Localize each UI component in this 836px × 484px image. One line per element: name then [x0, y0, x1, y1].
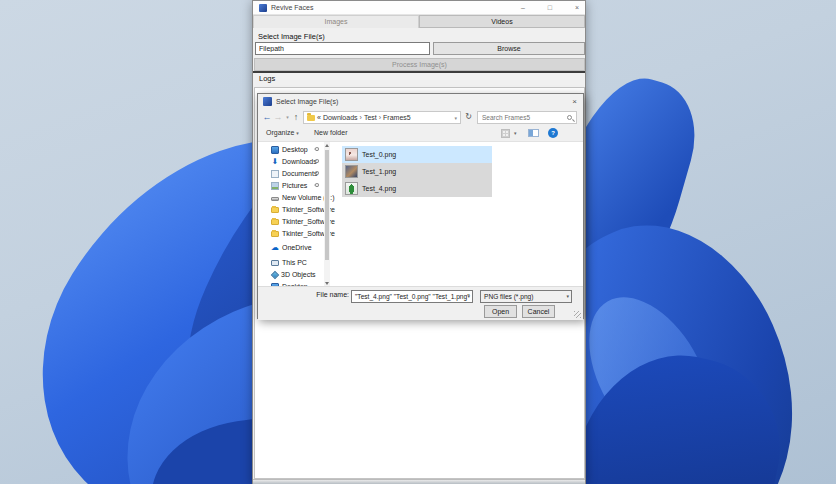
- close-button[interactable]: ×: [575, 1, 579, 15]
- pin-icon: [314, 182, 320, 188]
- new-folder-button[interactable]: New folder: [314, 126, 347, 140]
- navigation-bar: ← → ▾ ↑ « Downloads › Test › Frames5 ▾ ↻: [258, 110, 583, 125]
- drive-icon: [271, 197, 279, 201]
- tab-bar: Images Videos: [253, 15, 585, 28]
- search-icon: [567, 115, 572, 120]
- refresh-icon[interactable]: ↻: [463, 110, 474, 124]
- breadcrumb-test[interactable]: Test: [364, 114, 377, 121]
- help-icon[interactable]: ?: [548, 128, 558, 138]
- desktop-icon: [271, 146, 279, 154]
- folder-icon: [271, 219, 279, 225]
- chevron-down-icon[interactable]: ▾: [467, 291, 470, 302]
- image-thumbnail: [345, 148, 358, 161]
- maximize-button[interactable]: □: [548, 1, 552, 15]
- organize-button[interactable]: Organize ▾: [266, 126, 299, 140]
- preview-pane-icon[interactable]: [528, 129, 539, 137]
- select-image-label: Select Image File(s): [258, 32, 325, 41]
- cancel-button[interactable]: Cancel: [522, 305, 555, 318]
- dialog-titlebar: Select Image File(s) ×: [258, 94, 583, 109]
- filepath-input[interactable]: [255, 42, 430, 55]
- app-title: Revive Faces: [271, 1, 313, 15]
- browse-button[interactable]: Browse: [433, 42, 585, 55]
- file-name-combobox[interactable]: "Test_4.png" "Test_0.png" "Test_1.png"▾: [351, 290, 473, 303]
- resize-grip[interactable]: [574, 311, 581, 318]
- dialog-content: Desktop ⬇Downloads Documents Pictures Ne…: [258, 141, 583, 286]
- process-images-button[interactable]: Process Image(s): [254, 58, 585, 71]
- app-icon: [259, 4, 267, 12]
- divider: [253, 71, 585, 73]
- open-button[interactable]: Open: [484, 305, 517, 318]
- views-dropdown-icon[interactable]: ▾: [514, 126, 517, 140]
- dialog-close-button[interactable]: ×: [572, 94, 577, 109]
- file-row-test1[interactable]: Test_1.png: [342, 163, 492, 180]
- scroll-up-icon[interactable]: [325, 144, 329, 147]
- file-type-combobox[interactable]: PNG files (*.png)▾: [480, 290, 572, 303]
- this-pc-icon: [271, 260, 279, 266]
- dialog-toolbar: Organize ▾ New folder ▾ ?: [258, 126, 583, 140]
- pin-icon: [314, 146, 320, 152]
- tab-videos[interactable]: Videos: [419, 15, 585, 28]
- downloads-icon: ⬇: [271, 158, 279, 166]
- recent-locations-dropdown-icon[interactable]: ▾: [284, 110, 291, 124]
- sidebar-scrollbar[interactable]: [324, 142, 330, 286]
- breadcrumb-separator: ›: [360, 114, 362, 121]
- tab-images[interactable]: Images: [253, 15, 419, 28]
- chevron-down-icon[interactable]: ▾: [566, 291, 569, 302]
- chevron-down-icon: ▾: [296, 130, 299, 136]
- file-row-test0[interactable]: Test_0.png: [342, 146, 492, 163]
- address-dropdown-icon[interactable]: ▾: [454, 115, 457, 121]
- breadcrumb-frames5[interactable]: Frames5: [383, 114, 411, 121]
- breadcrumb-downloads[interactable]: Downloads: [323, 114, 358, 121]
- forward-icon[interactable]: →: [273, 110, 283, 124]
- file-name-label: File name:: [313, 291, 349, 298]
- navigation-sidebar: Desktop ⬇Downloads Documents Pictures Ne…: [258, 142, 336, 286]
- app-titlebar: Revive Faces – □ ×: [253, 1, 585, 15]
- breadcrumb-separator: ›: [379, 114, 381, 121]
- file-name-value: "Test_4.png" "Test_0.png" "Test_1.png": [355, 293, 470, 300]
- image-thumbnail: [345, 182, 358, 195]
- dialog-icon: [263, 97, 272, 106]
- minimize-button[interactable]: –: [521, 1, 525, 15]
- file-open-dialog: Select Image File(s) × ← → ▾ ↑ « Downloa…: [257, 93, 584, 319]
- window-bottom-edge: [253, 479, 585, 484]
- breadcrumb-overflow[interactable]: «: [317, 114, 321, 121]
- search-box[interactable]: [477, 111, 577, 124]
- search-input[interactable]: [478, 112, 576, 123]
- file-type-value: PNG files (*.png): [484, 293, 533, 300]
- file-row-test4[interactable]: Test_4.png: [342, 180, 492, 197]
- image-thumbnail: [345, 165, 358, 178]
- onedrive-icon: ☁: [271, 244, 279, 252]
- folder-icon: [307, 115, 315, 121]
- organize-label: Organize: [266, 129, 294, 136]
- scroll-down-icon[interactable]: [325, 282, 329, 285]
- views-icon[interactable]: [501, 129, 510, 138]
- dialog-title: Select Image File(s): [276, 94, 338, 109]
- back-icon[interactable]: ←: [262, 110, 272, 124]
- address-bar[interactable]: « Downloads › Test › Frames5 ▾: [303, 111, 461, 124]
- window-controls: – □ ×: [521, 1, 579, 15]
- dialog-footer: File name: "Test_4.png" "Test_0.png" "Te…: [258, 286, 583, 320]
- up-icon[interactable]: ↑: [291, 110, 301, 124]
- 3d-objects-icon: [271, 270, 279, 278]
- pictures-icon: [271, 182, 279, 190]
- folder-icon: [271, 231, 279, 237]
- folder-icon: [271, 207, 279, 213]
- scrollbar-thumb[interactable]: [325, 150, 329, 260]
- documents-icon: [271, 170, 279, 178]
- logs-label: Logs: [259, 74, 275, 83]
